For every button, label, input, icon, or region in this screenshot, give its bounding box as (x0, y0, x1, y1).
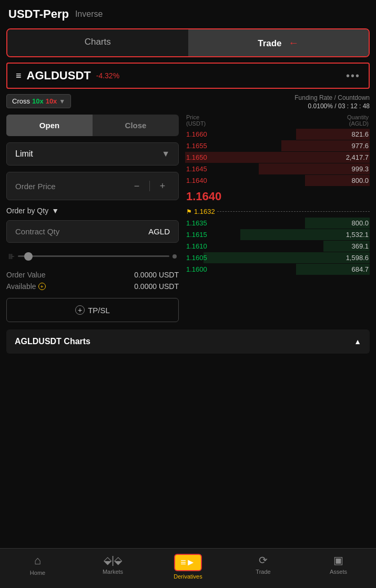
divider (149, 181, 150, 191)
limit-label: Limit (15, 149, 33, 159)
bid-row[interactable]: 1.1605 1,598.6 (185, 252, 370, 263)
nav-derivatives[interactable]: ≡► Derivatives (150, 554, 226, 580)
order-qty-label: Order by Qty (6, 207, 48, 215)
cross-leverage-button[interactable]: Cross 10x 10x ▼ (6, 94, 71, 108)
contract-qty-label: Contract Qty (15, 227, 59, 236)
dropdown-arrow-icon: ▼ (161, 149, 170, 159)
funding-rate-value: 0.0100% / 03 : 12 : 48 (185, 102, 370, 110)
bids-list: 1.1635 800.0 1.1615 1,532.1 1.1610 369.1… (185, 218, 370, 275)
markets-icon: ⬙|⬙ (104, 554, 122, 566)
chevron-down-icon: ▼ (59, 98, 65, 105)
more-options-icon[interactable]: ••• (346, 70, 360, 82)
nav-home[interactable]: ⌂ Home (0, 554, 75, 580)
mid-price-row: 1.1640 (185, 187, 370, 207)
tab-charts[interactable]: Charts (7, 29, 188, 56)
slider-end-dot (172, 254, 177, 259)
limit-dropdown[interactable]: Limit ▼ (6, 142, 179, 166)
bottom-nav: ⌂ Home ⬙|⬙ Markets ≡► Derivatives ⟳ Trad… (0, 548, 376, 588)
header-title: USDT-Perp (8, 7, 69, 21)
bid-row[interactable]: 1.1600 684.7 (185, 264, 370, 275)
header: USDT-Perp Inverse (0, 0, 376, 25)
charts-expand-icon[interactable]: ▲ (354, 337, 361, 346)
assets-icon: ▣ (333, 554, 343, 566)
funding-rate-label: Funding Rate / Countdown (185, 94, 370, 101)
bid-row[interactable]: 1.1610 369.1 (185, 241, 370, 252)
ob-col-headers: Price (USDT) Quantity (AGLD) (185, 114, 370, 127)
contract-unit: AGLD (148, 227, 170, 236)
left-panel: Cross 10x 10x ▼ Open Close Limit ▼ Order… (6, 94, 185, 322)
nav-markets[interactable]: ⬙|⬙ Markets (75, 554, 150, 580)
order-price-input[interactable]: Order Price − + (6, 172, 179, 200)
price-decrease-button[interactable]: − (129, 179, 144, 193)
available-value: 0.0000 USDT (134, 282, 179, 291)
ask-row[interactable]: 1.1660 821.6 (185, 129, 370, 140)
ask-row[interactable]: 1.1640 800.0 (185, 175, 370, 186)
slider-left-icon: ⊪ (8, 252, 15, 261)
mark-price-row: ⚑ 1.1632 (185, 208, 370, 215)
nav-assets[interactable]: ▣ Assets (301, 554, 376, 580)
open-button[interactable]: Open (6, 115, 93, 136)
derivatives-icon: ≡► (180, 557, 195, 568)
charts-title: AGLDUSDT Charts (15, 337, 90, 346)
tab-arrow-icon: ← (288, 37, 299, 49)
bid-row[interactable]: 1.1615 1,532.1 (185, 229, 370, 240)
tpsl-label: TP/SL (88, 306, 110, 315)
bid-row[interactable]: 1.1635 800.0 (185, 218, 370, 229)
order-qty-chevron-icon: ▼ (52, 207, 59, 215)
nav-home-label: Home (30, 570, 45, 576)
cross-label: Cross (12, 97, 30, 105)
flag-icon: ⚑ (186, 208, 192, 215)
orderbook-panel: Funding Rate / Countdown 0.0100% / 03 : … (185, 94, 370, 322)
close-button[interactable]: Close (93, 115, 179, 136)
open-close-toggle: Open Close (6, 115, 179, 136)
qty-col-header: Quantity (AGLD) (347, 114, 369, 127)
order-by-qty-dropdown[interactable]: Order by Qty ▼ (6, 207, 179, 215)
main-content: Cross 10x 10x ▼ Open Close Limit ▼ Order… (0, 94, 376, 322)
ask-row[interactable]: 1.1650 2,417.7 (185, 152, 370, 163)
order-value-label: Order Value (6, 271, 45, 279)
lev2: 10x (46, 97, 57, 105)
symbol-row[interactable]: ≡ AGLDUSDT -4.32% ••• (6, 63, 370, 89)
ask-row[interactable]: 1.1645 999.3 (185, 163, 370, 174)
symbol-change: -4.32% (96, 71, 119, 80)
contract-qty-input[interactable]: Contract Qty AGLD (6, 220, 179, 243)
dashed-line (217, 211, 370, 212)
tab-trade[interactable]: Trade ← (188, 29, 369, 56)
mark-price: 1.1632 (194, 208, 215, 215)
trade-icon: ⟳ (259, 554, 268, 566)
charts-section[interactable]: AGLDUSDT Charts ▲ (6, 329, 370, 354)
symbol-name: AGLDUSDT (27, 69, 91, 82)
nav-trade-label: Trade (256, 569, 270, 575)
tpsl-plus-icon: + (75, 305, 85, 315)
nav-trade[interactable]: ⟳ Trade (226, 554, 301, 580)
order-value-row: Order Value 0.0000 USDT (6, 271, 179, 279)
available-row: Available + 0.0000 USDT (6, 282, 179, 291)
ask-row[interactable]: 1.1655 977.6 (185, 140, 370, 151)
nav-markets-label: Markets (103, 569, 123, 575)
available-info-icon[interactable]: + (38, 283, 46, 290)
tab-bar: Charts Trade ← (6, 28, 370, 57)
price-increase-button[interactable]: + (155, 179, 170, 193)
nav-assets-label: Assets (330, 569, 347, 575)
order-value: 0.0000 USDT (134, 271, 179, 279)
slider-thumb[interactable] (24, 252, 33, 261)
tpsl-button[interactable]: + TP/SL (6, 298, 179, 322)
lev1: 10x (32, 97, 44, 105)
mid-price: 1.1640 (186, 190, 221, 203)
asks-list: 1.1660 821.6 1.1655 977.6 1.1650 2,417.7… (185, 129, 370, 186)
order-price-label: Order Price (15, 182, 56, 191)
menu-icon: ≡ (16, 70, 22, 81)
order-info: Order Value 0.0000 USDT Available + 0.00… (6, 271, 179, 291)
cross-row: Cross 10x 10x ▼ (6, 94, 179, 108)
price-col-header: Price (USDT) (186, 114, 206, 127)
available-label: Available + (6, 282, 46, 291)
header-subtitle: Inverse (75, 9, 103, 19)
nav-derivatives-label: Derivatives (174, 573, 202, 580)
home-icon: ⌂ (34, 554, 41, 568)
position-slider[interactable]: ⊪ (6, 250, 179, 262)
